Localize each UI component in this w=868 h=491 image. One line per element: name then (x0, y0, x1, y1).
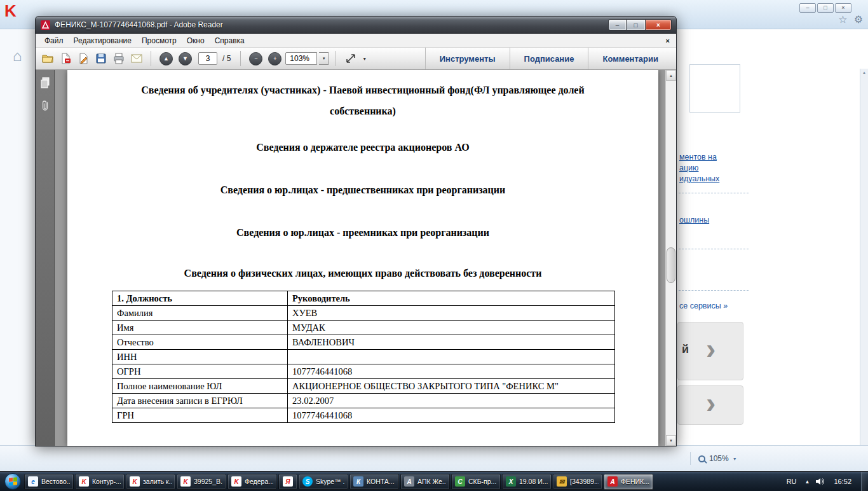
table-row: 1. Должность Руководитель (112, 291, 615, 306)
bg-link-registration[interactable]: ацию (679, 163, 719, 174)
taskbar-item-mail[interactable]: ✉ [343989... (553, 474, 602, 490)
close-button[interactable]: × (645, 19, 672, 31)
home-icon[interactable]: ⌂ (13, 47, 22, 65)
scrollbar-track[interactable]: ▲ ▼ (665, 70, 676, 446)
page-number-input[interactable] (198, 52, 217, 65)
taskbar-item-label: Федера... (245, 478, 273, 485)
bg-minimize-button[interactable]: – (799, 3, 816, 13)
taskbar-item-label: КОНТА... (367, 478, 395, 485)
attachments-button[interactable] (37, 98, 53, 113)
previous-page-button[interactable]: ▲ (159, 52, 173, 66)
table-row: ИНН (112, 350, 615, 364)
toolbar-more-dropdown-icon[interactable]: ▼ (362, 57, 367, 61)
taskbar-item-apk[interactable]: А АПК Же... (400, 474, 450, 490)
language-indicator[interactable]: RU (784, 476, 799, 487)
clock[interactable]: 16:52 (830, 478, 855, 485)
page-thumbnails-button[interactable] (37, 75, 53, 90)
kontur-logo: K (4, 1, 17, 21)
show-desktop-button[interactable] (861, 472, 868, 491)
comment-button[interactable]: Комментарии (588, 48, 672, 69)
close-document-icon[interactable]: × (666, 37, 670, 45)
save-icon[interactable] (93, 51, 109, 67)
taskbar-item-vestovo[interactable]: e Вестово... (24, 474, 74, 490)
taskbar-item-label: 19.08 И... (519, 478, 548, 485)
zoom-level-input[interactable] (285, 52, 317, 65)
skb-app-icon: С (455, 476, 465, 487)
zoom-dropdown-button[interactable]: ▼ (319, 52, 329, 65)
bg-maximize-button[interactable]: □ (817, 3, 834, 13)
background-scrollbar[interactable]: ▲ (860, 69, 868, 445)
adobe-reader-app-icon (41, 20, 50, 30)
fit-window-icon[interactable] (342, 51, 358, 67)
taskbar-item-skype[interactable]: S Skype™ ... (299, 474, 348, 490)
doc-heading-predecessors: Сведения о юр.лицах - предшественниках п… (109, 184, 617, 196)
taskbar-item-excel[interactable]: X 19.08 И... (502, 474, 552, 490)
taskbar: e Вестово... K Контур-... K залить к... … (0, 471, 868, 491)
spreadsheet-icon: X (506, 476, 516, 487)
zoom-dropdown-icon[interactable]: ▼ (733, 457, 737, 461)
create-pdf-icon[interactable] (57, 51, 73, 67)
bg-close-button[interactable]: × (835, 3, 851, 13)
menu-edit[interactable]: Редактирование (69, 34, 137, 47)
taskbar-item-federa[interactable]: K Федера... (227, 474, 277, 490)
apk-app-icon: А (404, 476, 414, 487)
taskbar-item-fenix-pdf[interactable]: A ФЕНИК... (604, 474, 653, 490)
zoom-in-button[interactable]: + (268, 52, 281, 66)
favorites-star-icon[interactable]: ☆ (838, 13, 847, 25)
menu-help[interactable]: Справка (210, 34, 250, 47)
adobe-reader-window: ФЕНИКС_М-1077746441068.pdf - Adobe Reade… (35, 16, 677, 446)
minimize-button[interactable]: – (608, 19, 627, 31)
background-links: ментов на ацию идуальных (679, 152, 719, 184)
menu-window[interactable]: Окно (182, 34, 210, 47)
settings-gear-icon[interactable]: ⚙ (854, 13, 863, 25)
fill-sign-icon[interactable] (75, 51, 91, 67)
document-area[interactable]: Сведения об учредителях (участниках) - П… (55, 70, 665, 446)
pdf-page[interactable]: Сведения об учредителях (участниках) - П… (67, 70, 658, 446)
print-icon[interactable] (111, 51, 126, 67)
browser-icon: e (28, 476, 38, 487)
menu-file[interactable]: Файл (39, 34, 69, 47)
taskbar-item-zalit[interactable]: K залить к... (126, 474, 175, 490)
bg-link-all-services[interactable]: се сервисы » (679, 301, 728, 310)
taskbar-item-kontakt[interactable]: К КОНТА... (349, 474, 399, 490)
table-row: Имя МУДАК (112, 321, 615, 335)
toolbar-separator (336, 51, 336, 66)
browser-zoom-control[interactable]: 105% ▼ (690, 452, 737, 465)
taskbar-item-skb[interactable]: С СКБ-пр... (451, 474, 501, 490)
open-icon[interactable] (39, 51, 55, 67)
desktop: K – □ × ☆ ⚙ ⌂ ментов на ацию идуальных о… (0, 0, 868, 491)
cell-value: ВАФЛЕНОВИЧ (288, 335, 615, 350)
taskbar-item-yandex[interactable]: Я (278, 474, 297, 490)
maximize-button[interactable]: □ (627, 19, 645, 31)
bg-link-documents[interactable]: ментов на (679, 152, 719, 163)
email-icon[interactable] (128, 51, 144, 67)
zoom-out-button[interactable]: − (249, 52, 262, 66)
start-button[interactable] (4, 473, 21, 490)
taskbar-items: e Вестово... K Контур-... K залить к... … (24, 472, 653, 491)
title-bar[interactable]: ФЕНИКС_М-1077746441068.pdf - Adobe Reade… (36, 17, 676, 34)
volume-icon[interactable] (815, 478, 824, 485)
bg-service-card[interactable]: › (677, 385, 743, 425)
scrollbar-down-button[interactable]: ▼ (666, 435, 676, 446)
kontur-icon: K (79, 476, 89, 487)
next-page-button[interactable]: ▼ (179, 52, 192, 66)
scroll-up-icon[interactable]: ▲ (860, 69, 868, 74)
cell-value: МУДАК (288, 321, 615, 335)
cell-label: Дата внесения записи в ЕГРЮЛ (112, 394, 288, 408)
bg-link-individuals[interactable]: идуальных (679, 174, 719, 184)
menu-bar: Файл Редактирование Просмотр Окно Справк… (36, 34, 676, 48)
background-page-panel: ментов на ацию идуальных ошлины се серви… (677, 29, 868, 445)
taskbar-item-39925[interactable]: K 39925_В... (177, 474, 226, 490)
sign-button[interactable]: Подписание (510, 48, 588, 69)
bg-service-card[interactable]: й › (677, 322, 743, 380)
chevron-right-icon: › (706, 331, 715, 366)
hidden-icons-button[interactable]: ▲ (805, 479, 810, 485)
doc-heading-successors: Сведения о юр.лицах - преемниках при рео… (109, 227, 617, 239)
scrollbar-up-button[interactable]: ▲ (666, 70, 676, 81)
table-row: ГРН 1077746441068 (112, 408, 615, 423)
scrollbar-thumb[interactable] (667, 247, 675, 283)
taskbar-item-kontur[interactable]: K Контур-... (75, 474, 125, 490)
menu-view[interactable]: Просмотр (137, 34, 182, 47)
tools-button[interactable]: Инструменты (425, 48, 510, 69)
bg-link-fees[interactable]: ошлины (679, 216, 709, 225)
